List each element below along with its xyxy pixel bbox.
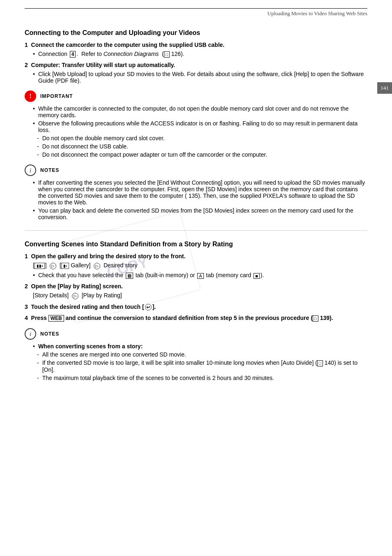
web-button: WEB	[48, 315, 64, 322]
important-bullet1: While the camcorder is connected to the …	[33, 105, 367, 118]
divider	[25, 230, 367, 231]
important-box: ! IMPORTANT While the camcorder is conne…	[25, 90, 367, 158]
important-header: ! IMPORTANT	[25, 90, 367, 102]
step1-label: 1 Connect the camcorder to the computer …	[25, 42, 367, 48]
gallery-icon-group: [▮▮▪] ▷ [▮▪ Gallery] ▷ Desired story	[33, 262, 137, 269]
notes2-when-converting: When converting scenes from a story:	[33, 343, 367, 350]
notes2-content: When converting scenes from a story: All…	[25, 343, 367, 381]
ref-icon-126: □	[164, 51, 170, 58]
connection-number: 4	[70, 51, 76, 58]
card-mem-icon: A	[197, 273, 203, 279]
notes1-label: NOTES	[40, 167, 59, 173]
page-header: Uploading Movies to Video Sharing Web Si…	[25, 10, 367, 17]
gallery-path: [▮▮▪] ▷ [▮▪ Gallery] ▷ Desired story	[33, 262, 367, 269]
s2-step1-bullet: Check that you have selected the ▩ tab (…	[33, 272, 367, 279]
important-sub1: Do not open the double memory card slot …	[37, 135, 367, 141]
step2-label: 2 Computer: Transfer Utility will start …	[25, 62, 367, 68]
story-path: [Story Details] ▷ [Play by Rating]	[33, 292, 367, 299]
step1-bullet1: Connection 4. Refer to Connection Diagra…	[33, 51, 367, 58]
notes2-icon: i	[25, 328, 36, 340]
gallery-icon: ▮▪	[61, 263, 69, 269]
notes1-bullet2: You can play back and delete the convert…	[33, 207, 367, 220]
notes2-box: i NOTES When converting scenes from a st…	[25, 328, 367, 381]
s2-step3-label: 3 Touch the desired rating and then touc…	[25, 303, 367, 310]
section2-title: Converting Scenes into Standard Definiti…	[25, 241, 367, 248]
important-icon: !	[25, 90, 36, 102]
ref-icon-139: □	[313, 315, 318, 322]
step2-bullet1: Click [Web Upload] to upload your SD mov…	[33, 71, 367, 84]
s2-step1-label: 1 Open the gallery and bring the desired…	[25, 253, 367, 259]
important-bullet2: Observe the following precautions while …	[33, 120, 367, 133]
return-icon: ↩	[145, 304, 152, 310]
notes1-content: If after converting the scenes you selec…	[25, 179, 367, 220]
notes2-sub3: The maximum total playback time of the s…	[37, 375, 367, 381]
top-rule	[25, 8, 367, 9]
connection-diagrams-link: Connection Diagrams	[104, 51, 159, 57]
notes1-icon: i	[25, 164, 36, 176]
notes1-box: i NOTES If after converting the scenes y…	[25, 164, 367, 220]
important-content: While the camcorder is connected to the …	[25, 105, 367, 158]
s2-step2-label: 2 Open the [Play by Rating] screen.	[25, 283, 367, 290]
notes1-header: i NOTES	[25, 164, 367, 176]
important-label: IMPORTANT	[40, 93, 73, 99]
important-sub3: Do not disconnect the compact power adap…	[37, 151, 367, 158]
notes2-sub2: If the converted SD movie is too large, …	[37, 359, 367, 373]
header-text: Uploading Movies to Video Sharing Web Si…	[267, 10, 367, 16]
ref-icon-140: □	[317, 360, 323, 366]
card-icon-a: ■	[254, 273, 260, 279]
important-sub2: Do not disconnect the USB cable.	[37, 143, 367, 150]
notes2-label: NOTES	[40, 331, 59, 337]
page-number-tab: 141	[377, 82, 392, 94]
notes2-header: i NOTES	[25, 328, 367, 340]
notes2-sub1: All the scenes are merged into one conve…	[37, 351, 367, 358]
s2-step4-label: 4 Press WEB and continue the conversion …	[25, 315, 367, 322]
camcorder-icon: ▮▮▪	[35, 263, 45, 269]
builtin-mem-icon: ▩	[126, 273, 133, 279]
notes1-bullet1: If after converting the scenes you selec…	[33, 179, 367, 206]
section1-title: Connecting to the Computer and Uploading…	[25, 29, 367, 37]
